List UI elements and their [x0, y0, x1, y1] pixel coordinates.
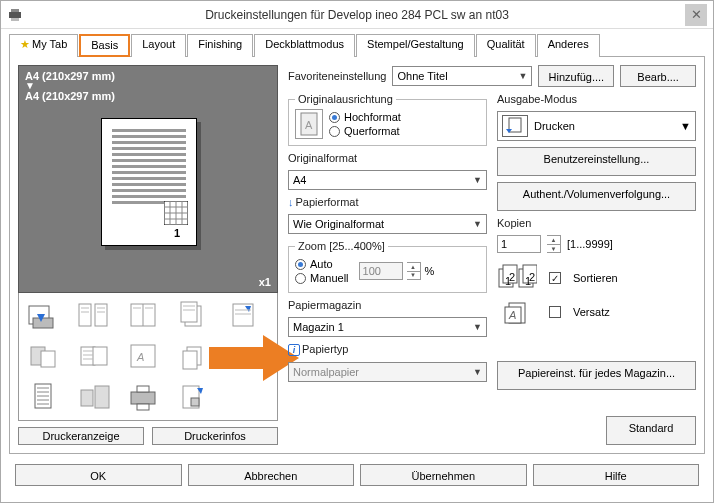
svg-rect-12 [79, 304, 91, 326]
paper-tray-select[interactable]: Magazin 1▼ [288, 317, 487, 337]
print-mode-icon [502, 115, 528, 137]
thumb-staple-icon[interactable] [225, 299, 263, 331]
preview-page-number: 1 [174, 227, 180, 239]
tab-deckblatt[interactable]: Deckblattmodus [254, 34, 355, 57]
preview-page: 1 [101, 118, 197, 246]
offset-icon: A [497, 299, 537, 325]
arrow-down-icon: ↓ [288, 196, 294, 208]
titlebar: Druckeinstellungen für Develop ineo 284 … [1, 1, 713, 29]
tab-basis[interactable]: Basis [79, 34, 130, 57]
tab-finishing[interactable]: Finishing [187, 34, 253, 57]
svg-rect-0 [9, 12, 21, 18]
standard-button[interactable]: Standard [606, 416, 696, 445]
thumb-empty-2 [225, 381, 263, 413]
preview-arrow-icon: ▼ [25, 82, 271, 90]
svg-text:A: A [508, 309, 516, 321]
printer-icon [7, 8, 23, 22]
content-area: A4 (210x297 mm) ▼ A4 (210x297 mm) 1 x1 [9, 56, 705, 454]
radio-icon [295, 273, 306, 284]
thumb-secure-icon[interactable] [175, 381, 213, 413]
caret-down-icon: ▼ [519, 71, 528, 81]
thumb-tray-icon[interactable] [25, 299, 63, 331]
zoom-value-input: 100 [359, 262, 403, 280]
highlight-arrow-icon [209, 333, 299, 383]
svg-rect-50 [137, 404, 149, 410]
left-panel: A4 (210x297 mm) ▼ A4 (210x297 mm) 1 x1 [18, 65, 278, 445]
svg-rect-32 [93, 347, 107, 365]
preview-size-2: A4 (210x297 mm) [25, 90, 271, 102]
printer-display-button[interactable]: Druckeranzeige [18, 427, 144, 445]
svg-text:2: 2 [509, 271, 515, 283]
settings-column-2: Ausgabe-Modus Drucken ▼ Benutzereinstell… [497, 93, 696, 445]
caret-down-icon: ▼ [473, 219, 482, 229]
thumb-overlay-icon[interactable] [25, 340, 63, 372]
thumb-lines-icon[interactable] [75, 340, 113, 372]
tab-layout[interactable]: Layout [131, 34, 186, 57]
thumb-printer-icon[interactable] [125, 381, 163, 413]
output-mode-select[interactable]: Drucken ▼ [497, 111, 696, 141]
thumb-copies-icon[interactable] [175, 340, 213, 372]
paper-tray-label: Papiermagazin [288, 299, 487, 311]
thumb-page-icon[interactable] [25, 381, 63, 413]
svg-rect-48 [131, 392, 155, 404]
info-icon: i [288, 344, 300, 356]
copies-input[interactable]: 1 [497, 235, 541, 253]
svg-rect-49 [137, 386, 149, 392]
zoom-manual[interactable]: Manuell [295, 272, 349, 284]
svg-text:A: A [305, 119, 313, 131]
thumb-stack-icon[interactable] [175, 299, 213, 331]
authentication-button[interactable]: Authent./Volumenverfolgung... [497, 182, 696, 211]
paper-format-select[interactable]: Wie Originalformat▼ [288, 214, 487, 234]
user-settings-button[interactable]: Benutzereinstellung... [497, 147, 696, 176]
help-button[interactable]: Hilfe [533, 464, 700, 486]
grid-corner-icon [164, 201, 188, 225]
svg-rect-52 [191, 398, 199, 406]
original-format-select[interactable]: A4▼ [288, 170, 487, 190]
caret-down-icon: ▼ [680, 120, 691, 132]
orientation-group: Originalausrichtung A Hochformat Querfor… [288, 93, 487, 146]
svg-text:A: A [136, 351, 144, 363]
offset-checkbox[interactable] [549, 306, 561, 318]
print-settings-window: Druckeinstellungen für Develop ineo 284 … [0, 0, 714, 503]
orientation-portrait[interactable]: Hochformat [329, 111, 401, 123]
thumb-scale-icon[interactable] [75, 381, 113, 413]
svg-rect-1 [11, 9, 19, 12]
tab-stempel[interactable]: Stempel/Gestaltung [356, 34, 475, 57]
orientation-landscape[interactable]: Querformat [329, 125, 401, 137]
right-panel: Favoriteneinstellung Ohne Titel▼ Hinzufü… [278, 65, 696, 445]
apply-button[interactable]: Übernehmen [360, 464, 527, 486]
tab-qualitaet[interactable]: Qualität [476, 34, 536, 57]
paper-per-tray-button[interactable]: Papiereinst. für jedes Magazin... [497, 361, 696, 390]
close-icon[interactable]: ✕ [685, 4, 707, 26]
thumb-booklet-icon[interactable] [125, 299, 163, 331]
tab-mytab[interactable]: ★My Tab [9, 34, 78, 57]
favorites-add-button[interactable]: Hinzufüg.... [538, 65, 614, 87]
star-icon: ★ [20, 38, 30, 50]
favorites-edit-button[interactable]: Bearb.... [620, 65, 696, 87]
favorites-select[interactable]: Ohne Titel▼ [392, 66, 532, 86]
zoom-auto[interactable]: Auto [295, 258, 349, 270]
output-mode-label: Ausgabe-Modus [497, 93, 696, 105]
caret-down-icon: ▼ [473, 175, 482, 185]
collate-icon: 1212 [497, 263, 537, 293]
page-preview: A4 (210x297 mm) ▼ A4 (210x297 mm) 1 x1 [18, 65, 278, 293]
dialog-footer: OK Abbrechen Übernehmen Hilfe [1, 454, 713, 496]
svg-rect-47 [95, 386, 109, 408]
original-format-label: Originalformat [288, 152, 487, 164]
settings-column-1: Originalausrichtung A Hochformat Querfor… [288, 93, 487, 445]
ok-button[interactable]: OK [15, 464, 182, 486]
thumb-watermark-icon[interactable]: A [125, 340, 163, 372]
printer-info-button[interactable]: Druckerinfos [152, 427, 278, 445]
thumb-2pages-icon[interactable] [75, 299, 113, 331]
svg-rect-11 [33, 318, 53, 328]
collate-checkbox[interactable] [549, 272, 561, 284]
tabstrip: ★My Tab Basis Layout Finishing Deckblatt… [1, 29, 713, 56]
copies-label: Kopien [497, 217, 696, 229]
svg-rect-46 [81, 390, 93, 406]
cancel-button[interactable]: Abbrechen [188, 464, 355, 486]
preview-count: x1 [259, 276, 271, 288]
copies-spinner[interactable]: ▲▼ [547, 235, 561, 253]
tab-anderes[interactable]: Anderes [537, 34, 600, 57]
orientation-icon: A [295, 109, 323, 139]
paper-type-label: iPapiertyp [288, 343, 487, 356]
